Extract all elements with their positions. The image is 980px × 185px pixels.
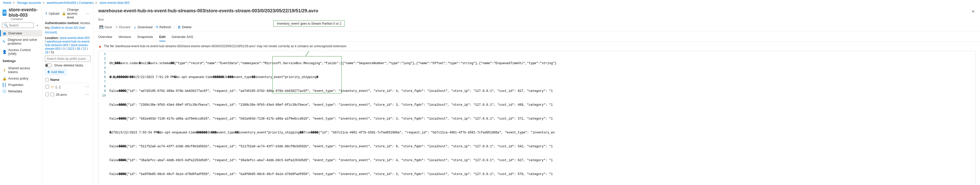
delete-button[interactable]: 🗑Delete xyxy=(177,25,192,30)
lock-icon: 🔒 xyxy=(62,11,66,15)
save-button[interactable]: 💾Save xyxy=(98,25,113,30)
switch-auth-link[interactable]: (Switch to Azure AD User Account) xyxy=(45,26,85,34)
row-checkbox[interactable] xyxy=(45,92,49,96)
blob-detail-panel: warehouse-event-hub-ns-event-hub-streams… xyxy=(94,6,980,185)
col-name-header[interactable]: Name xyxy=(45,77,91,83)
nav-overview[interactable]: ▣Overview xyxy=(0,30,42,37)
tab-edit[interactable]: Edit xyxy=(159,33,166,41)
container-icon: ▤ xyxy=(3,10,6,16)
resource-sidebar: ▤ store-events-blob-003 Container 🔍 « ▣O… xyxy=(0,6,42,185)
blob-subtitle: Blob xyxy=(98,18,975,21)
nav-iam[interactable]: 👤Access Control (IAM) xyxy=(0,47,42,57)
upload-icon: ↥ xyxy=(45,11,48,15)
add-filter-button[interactable]: ✚Add filter xyxy=(45,69,67,75)
tab-sas[interactable]: Generate SAS xyxy=(172,33,193,41)
code-line: Obj���avro.codec�null�avro.schema��{"typ… xyxy=(108,61,975,66)
overview-icon: ▣ xyxy=(3,32,6,35)
title-more-button[interactable]: ··· xyxy=(98,14,104,18)
list-item-up[interactable]: 🗀 [...] ··· xyxy=(45,83,91,91)
nav-policy[interactable]: 🔒Access policy xyxy=(0,75,42,81)
annotation-arrow xyxy=(108,51,339,56)
nav-metadata[interactable]: ⓘMetadata xyxy=(0,88,42,94)
nav-sas[interactable]: ⚷Shared access tokens xyxy=(0,65,42,75)
diagnose-icon: ✎ xyxy=(3,40,6,43)
row-more-button[interactable]: ··· xyxy=(84,92,90,97)
iam-icon: 👤 xyxy=(3,50,6,54)
select-all-checkbox[interactable] xyxy=(45,78,49,81)
resource-subtitle: Container xyxy=(0,18,42,21)
code-line: �L�g������X��0(5/22/2023 7:51:29 PM�&x-o… xyxy=(108,75,975,80)
nav-diagnose[interactable]: ✎Diagnose and solve problems xyxy=(0,37,42,47)
upload-button[interactable]: ↥Upload xyxy=(45,11,59,15)
toolbar-divider xyxy=(174,25,175,30)
list-item-file[interactable]: 29.avro ··· xyxy=(45,91,91,98)
crumb-storage[interactable]: Storage accounts xyxy=(17,1,41,5)
blob-list-panel: ↥Upload 🔒Change access level ··· Authent… xyxy=(42,6,94,185)
blob-title: warehouse-event-hub-ns-event-hub-streams… xyxy=(98,8,975,14)
discard-button[interactable]: ✕Discard xyxy=(114,25,131,30)
key-icon: ⚷ xyxy=(3,68,6,72)
download-icon: ⭳ xyxy=(134,25,137,29)
file-icon xyxy=(51,92,54,96)
breadcrumb: Home> Storage accounts> warehousercfmhn0… xyxy=(0,0,980,6)
svg-line-0 xyxy=(305,51,315,56)
line-gutter: 12345678910 xyxy=(99,51,108,185)
show-deleted-toggle[interactable] xyxy=(45,64,52,67)
download-button[interactable]: ⭳Download xyxy=(132,25,154,30)
warning-text: The file 'warehouse-event-hub-ns-event-h… xyxy=(104,45,347,48)
sidebar-search-input[interactable] xyxy=(9,24,32,27)
code-content[interactable]: Obj���avro.codec�null�avro.schema��{"typ… xyxy=(108,51,975,185)
show-deleted-label: Show deleted blobs xyxy=(54,63,83,67)
delete-icon: 🗑 xyxy=(178,25,181,29)
row-checkbox[interactable] xyxy=(45,85,49,89)
warning-icon: ▲ xyxy=(98,44,102,48)
add-icon: ✚ xyxy=(47,70,50,74)
location-path: Location: store-events-blob-003 / wareho… xyxy=(45,36,91,54)
discard-icon: ✕ xyxy=(115,25,118,29)
nav-properties[interactable]: ┃║Properties xyxy=(0,81,42,88)
prefix-search[interactable] xyxy=(45,56,91,62)
sidebar-search[interactable]: 🔍 xyxy=(2,22,34,28)
code-line: False����{"id": "36a3efcc-aba7-4ddb-b9c5… xyxy=(108,158,975,163)
code-line: False����{"id": "ad7d5195-0702-400a-976b… xyxy=(108,89,975,93)
toolbar-more-button[interactable]: ··· xyxy=(85,11,91,16)
row-more-button[interactable]: ··· xyxy=(84,85,90,89)
code-line: �2792(5/22/2023 7:55:54 PM�&x-opt-enqueu… xyxy=(108,130,975,135)
crumb-containers[interactable]: warehousercfmhn003 | Containers xyxy=(47,1,94,5)
change-access-button[interactable]: 🔒Change access level xyxy=(62,8,82,19)
policy-icon: 🔒 xyxy=(3,77,6,80)
prefix-search-input[interactable] xyxy=(47,57,89,61)
annotation-callout: 'inventory_event' goes to Stream Paritio… xyxy=(273,21,345,27)
code-editor[interactable]: 12345678910 Obj���avro.codec�null�avro.s… xyxy=(98,51,975,185)
settings-heading: Settings xyxy=(0,57,42,64)
tab-snapshots[interactable]: Snapshots xyxy=(137,33,153,41)
save-icon: 💾 xyxy=(99,25,103,29)
search-icon: 🔍 xyxy=(4,23,8,27)
close-button[interactable]: ✕ xyxy=(972,9,975,14)
code-line: False����{"id": "511752a0-ac74-43f7-b3db… xyxy=(108,144,975,149)
resource-title: store-events-blob-003 xyxy=(8,7,40,18)
folder-icon: 🗀 xyxy=(51,85,54,89)
code-line: False����{"id": "b92a483d-7138-417b-a98a… xyxy=(108,116,975,121)
refresh-button[interactable]: ⟳Refresh xyxy=(155,25,172,30)
crumb-container[interactable]: store-events-blob-003 xyxy=(100,1,130,5)
tab-overview[interactable]: Overview xyxy=(98,33,112,41)
metadata-icon: ⓘ xyxy=(3,89,6,93)
crumb-home[interactable]: Home xyxy=(3,1,11,5)
code-line: False����{"id": "2389c36e-9fb5-43e4-89ef… xyxy=(108,103,975,107)
auth-method: Authentication method: Access key (Switc… xyxy=(45,21,91,35)
properties-icon: ┃║ xyxy=(3,83,6,87)
refresh-icon: ⟳ xyxy=(156,25,159,29)
tab-versions[interactable]: Versions xyxy=(118,33,131,41)
collapse-sidebar-button[interactable]: « xyxy=(35,23,40,28)
code-line: False����{"id": "ba9f0b05-08c6-48cf-9a1d… xyxy=(108,172,975,177)
